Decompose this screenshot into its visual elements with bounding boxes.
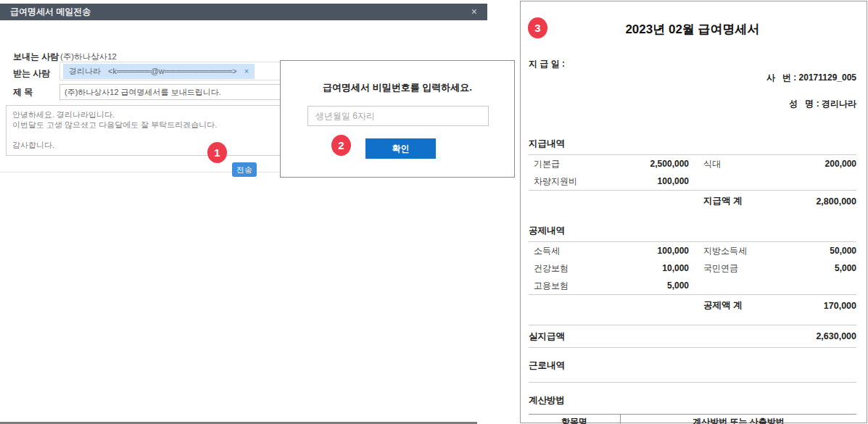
pay-item-amount: 200,000 — [790, 159, 856, 169]
deduction-section-title: 공제내역 — [529, 222, 856, 242]
recipient-label: 받는 사람 — [13, 67, 50, 80]
calc-table-header-item: 항목명 — [529, 415, 621, 424]
pay-item-label: 식대 — [689, 158, 790, 170]
deduction-item-label: 건강보험 — [534, 262, 621, 275]
calc-table-header-method: 계산방법 또는 산출방법 — [621, 415, 856, 424]
sender-value: (주)하나상사12 — [60, 51, 117, 62]
close-icon[interactable]: × — [471, 4, 477, 20]
step-badge-3: 3 — [528, 17, 547, 38]
payment-total-value: 2,800,000 — [790, 196, 856, 207]
employee-number: 사 번 : 20171129_005 — [766, 72, 856, 83]
deduction-item-label: 소득세 — [534, 245, 621, 257]
deduction-total-value: 170,000 — [790, 301, 856, 311]
payment-row: 차량지원비 100,000 — [529, 172, 856, 190]
deduction-total-row: 공제액 계 170,000 — [529, 294, 856, 316]
recipient-chip: 경리나라 <k══════@w════════════> × — [63, 64, 255, 79]
subject-label: 제 목 — [13, 86, 33, 99]
recipient-chip-email: <k══════@w════════════> — [108, 67, 237, 75]
pay-item-label: 기본급 — [534, 158, 621, 170]
screen: 급여명세서 메일전송 × 보내는 사람 (주)하나상사12 받는 사람 경리나라… — [0, 0, 868, 424]
password-dialog: 급여명세서 비밀번호를 입력하세요. 확인 — [280, 60, 515, 178]
pay-date-label: 지 급 일 : — [529, 58, 565, 123]
deduction-item-amount: 100,000 — [621, 246, 689, 256]
calc-section-title: 계산방법 — [529, 394, 856, 407]
calc-method-table: 항목명 계산방법 또는 산출방법 — [529, 414, 856, 424]
mail-dialog-titlebar: 급여명세서 메일전송 × — [0, 4, 487, 20]
mail-dialog-title: 급여명세서 메일전송 — [10, 7, 91, 17]
pay-item-amount: 100,000 — [621, 176, 689, 186]
payslip-meta: 지 급 일 : 사 번 : 20171129_005 성 명 : 경리나라 — [529, 58, 856, 123]
deduction-total-label: 공제액 계 — [689, 299, 790, 312]
password-input[interactable] — [307, 106, 489, 126]
deduction-row: 건강보험 10,000 국민연금 5,000 — [529, 259, 856, 277]
payment-total-label: 지급액 계 — [689, 195, 790, 207]
deduction-item-amount: 10,000 — [621, 263, 689, 273]
deduction-item-label: 국민연금 — [689, 262, 790, 275]
step-badge-1: 1 — [207, 142, 227, 163]
deduction-row: 고용보험 5,000 — [529, 277, 856, 294]
pay-item-label: 차량지원비 — [534, 175, 621, 188]
employee-name: 성 명 : 경리나라 — [789, 99, 856, 109]
deduction-item-amount: 5,000 — [621, 280, 689, 291]
net-pay-value: 2,630,000 — [816, 331, 856, 341]
payment-row: 기본급 2,500,000 식대 200,000 — [529, 155, 856, 172]
net-pay-row: 실지급액 2,630,000 — [529, 325, 856, 348]
deduction-row: 소득세 100,000 지방소득세 50,000 — [529, 242, 856, 259]
step-badge-2: 2 — [331, 135, 351, 156]
sender-label: 보내는 사람 — [13, 51, 59, 63]
payslip-title: 2023년 02월 급여명세서 — [529, 21, 856, 38]
password-dialog-title: 급여명세서 비밀번호를 입력하세요. — [281, 81, 514, 94]
pay-item-amount: 2,500,000 — [621, 159, 689, 169]
deduction-item-label: 지방소득세 — [689, 245, 790, 257]
send-button[interactable]: 전송 — [232, 162, 257, 177]
employee-info: 사 번 : 20171129_005 성 명 : 경리나라 — [747, 58, 856, 123]
net-pay-label: 실지급액 — [529, 331, 565, 343]
recipient-chip-name: 경리나라 — [69, 66, 101, 77]
work-section-title: 근로내역 — [529, 357, 856, 383]
confirm-button[interactable]: 확인 — [365, 138, 436, 159]
payment-section-title: 지급내역 — [529, 135, 856, 155]
chip-remove-icon[interactable]: × — [244, 67, 249, 75]
deduction-item-amount: 50,000 — [790, 246, 856, 256]
deduction-item-amount: 5,000 — [790, 263, 856, 273]
deduction-item-label: 고용보험 — [534, 280, 621, 292]
payment-total-row: 지급액 계 2,800,000 — [529, 190, 856, 212]
payslip-document: 2023년 02월 급여명세서 지 급 일 : 사 번 : 20171129_0… — [520, 1, 867, 423]
